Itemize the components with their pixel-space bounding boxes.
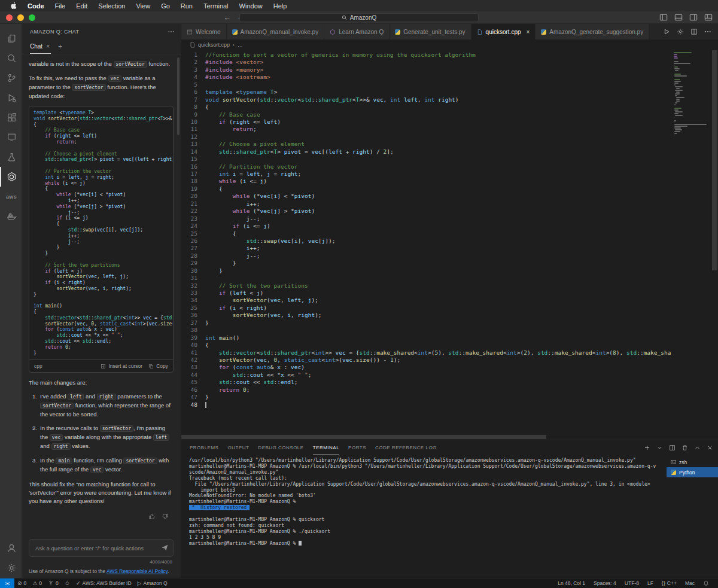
code-line[interactable]: 7void sortVector(std::vector<std::shared… bbox=[181, 96, 671, 103]
line-number[interactable]: 31 bbox=[181, 275, 197, 282]
close-tab-icon[interactable]: × bbox=[527, 29, 530, 35]
code-line[interactable]: 44 std::cout << *x << " "; bbox=[181, 371, 671, 379]
status-utf-8[interactable]: UTF-8 bbox=[620, 580, 643, 586]
editor-vertical-scrollbar[interactable] bbox=[712, 50, 717, 270]
line-number[interactable]: 48 bbox=[181, 401, 197, 409]
line-number[interactable]: 45 bbox=[181, 379, 197, 386]
code-line[interactable]: 39int main() bbox=[181, 334, 671, 342]
code-line[interactable]: 45 std::cout << std::endl; bbox=[181, 379, 671, 386]
code-line[interactable]: 26 std::swap(vec[i], vec[j]); bbox=[181, 237, 671, 245]
menu-item-go[interactable]: Go bbox=[156, 2, 175, 10]
menu-item-help[interactable]: Help bbox=[268, 2, 293, 10]
line-number[interactable]: 41 bbox=[181, 349, 197, 357]
minimize-window-button[interactable] bbox=[17, 14, 24, 21]
line-number[interactable]: 42 bbox=[181, 357, 197, 364]
sidebar-scrollbar[interactable] bbox=[177, 57, 180, 135]
line-number[interactable]: 18 bbox=[181, 178, 197, 185]
code-line[interactable]: 33 if (left < j) bbox=[181, 290, 671, 297]
menu-item-edit[interactable]: Edit bbox=[71, 2, 93, 10]
panel-tab-output[interactable]: OUTPUT bbox=[227, 440, 249, 455]
thumbs-up-icon[interactable] bbox=[148, 513, 155, 520]
menu-item-terminal[interactable]: Terminal bbox=[198, 2, 234, 10]
line-number[interactable]: 17 bbox=[181, 170, 197, 178]
send-message-icon[interactable] bbox=[161, 544, 169, 552]
chat-tab[interactable]: Chat × bbox=[30, 39, 51, 54]
activity-aws-icon[interactable]: aws bbox=[0, 187, 22, 206]
code-line[interactable]: 1//function to sort a vector of generics… bbox=[181, 51, 671, 59]
code-line[interactable]: 19 { bbox=[181, 185, 671, 193]
menu-app-name[interactable]: Code bbox=[22, 2, 50, 10]
line-number[interactable]: 28 bbox=[181, 252, 197, 260]
line-number[interactable]: 47 bbox=[181, 394, 197, 401]
code-line[interactable]: 40{ bbox=[181, 342, 671, 349]
status-bell[interactable] bbox=[699, 580, 713, 586]
terminal-dropdown-icon[interactable] bbox=[656, 444, 663, 451]
code-line[interactable]: 8{ bbox=[181, 103, 671, 111]
code-line[interactable]: 6template <typename T> bbox=[181, 89, 671, 96]
run-file-icon[interactable] bbox=[663, 28, 670, 35]
code-line[interactable]: 42 sortVector(vec, 0, static_cast<int>(v… bbox=[181, 357, 671, 364]
status-ln-48-col-1[interactable]: Ln 48, Col 1 bbox=[553, 580, 589, 586]
code-line[interactable]: 12 bbox=[181, 133, 671, 141]
line-number[interactable]: 39 bbox=[181, 334, 197, 342]
thumbs-down-icon[interactable] bbox=[162, 513, 169, 520]
editor-settings-icon[interactable] bbox=[677, 28, 684, 35]
panel-tab-debug-console[interactable]: DEBUG CONSOLE bbox=[258, 440, 303, 455]
code-line[interactable]: 2#include <vector> bbox=[181, 59, 671, 66]
line-number[interactable]: 23 bbox=[181, 215, 197, 223]
code-line[interactable]: 35 if (i < right) bbox=[181, 304, 671, 312]
status-spaces-4[interactable]: Spaces: 4 bbox=[589, 580, 620, 586]
line-number[interactable]: 2 bbox=[181, 59, 197, 66]
line-number[interactable]: 46 bbox=[181, 386, 197, 394]
panel-tab-terminal[interactable]: TERMINAL bbox=[313, 440, 339, 455]
menu-item-file[interactable]: File bbox=[50, 2, 71, 10]
code-line[interactable]: 5 bbox=[181, 81, 671, 89]
menu-item-window[interactable]: Window bbox=[234, 2, 268, 10]
code-editor[interactable]: 1//function to sort a vector of generics… bbox=[181, 50, 718, 434]
zoom-window-button[interactable] bbox=[29, 14, 35, 21]
terminal-instance-zsh[interactable]: zsh bbox=[667, 457, 718, 467]
code-line[interactable]: 36 sortVector(vec, i, right); bbox=[181, 312, 671, 319]
activity-source-control-icon[interactable] bbox=[0, 68, 22, 88]
activity-search-icon[interactable] bbox=[0, 48, 22, 68]
activity-run-debug-icon[interactable] bbox=[0, 88, 22, 108]
editor-tab-welcome[interactable]: Welcome bbox=[181, 24, 227, 39]
activity-testing-icon[interactable] bbox=[0, 147, 22, 167]
toggle-sidebar-icon[interactable] bbox=[659, 13, 668, 22]
status-mac[interactable]: Mac bbox=[681, 580, 699, 586]
code-line[interactable]: 37} bbox=[181, 319, 671, 327]
line-number[interactable]: 25 bbox=[181, 230, 197, 237]
status-0[interactable]: ⊘0 bbox=[14, 580, 29, 586]
status-0[interactable]: 0 bbox=[45, 580, 62, 586]
line-number[interactable]: 34 bbox=[181, 297, 197, 304]
minimap[interactable] bbox=[674, 52, 708, 138]
line-number[interactable]: 15 bbox=[181, 156, 197, 163]
status-aws-aws-builder-id[interactable]: ✓AWS: AWS Builder ID bbox=[73, 580, 135, 586]
line-number[interactable]: 10 bbox=[181, 118, 197, 126]
panel-tab-ports[interactable]: PORTS bbox=[348, 440, 366, 455]
nav-back-icon[interactable]: ← bbox=[224, 13, 231, 22]
code-line[interactable]: 20 while (*vec[i] < *pivot) bbox=[181, 193, 671, 200]
line-number[interactable]: 33 bbox=[181, 290, 197, 297]
line-number[interactable]: 5 bbox=[181, 81, 197, 89]
line-number[interactable]: 4 bbox=[181, 74, 197, 81]
code-line[interactable]: 27 i++; bbox=[181, 245, 671, 252]
line-number[interactable]: 30 bbox=[181, 267, 197, 275]
code-line[interactable]: 24 if (i <= j) bbox=[181, 223, 671, 230]
code-line[interactable]: 11 return; bbox=[181, 126, 671, 133]
line-number[interactable]: 8 bbox=[181, 103, 197, 111]
code-line[interactable]: 41 std::vector<std::shared_ptr<int>> vec… bbox=[181, 349, 671, 357]
chat-code-lines[interactable]: template <typename T>void sortVector(std… bbox=[29, 106, 173, 359]
line-number[interactable]: 35 bbox=[181, 304, 197, 312]
breadcrumb[interactable]: quicksort.cpp › … bbox=[181, 39, 718, 50]
line-number[interactable]: 21 bbox=[181, 200, 197, 208]
line-number[interactable]: 14 bbox=[181, 148, 197, 156]
editor-tab-generate-unit-tests-py[interactable]: Generate_unit_tests.py bbox=[390, 24, 471, 39]
customize-layout-icon[interactable] bbox=[704, 13, 713, 22]
chat-tab-close-icon[interactable]: × bbox=[46, 43, 50, 50]
code-line[interactable]: 43 for (const auto& x : vec) bbox=[181, 364, 671, 371]
editor-horizontal-scrollbar[interactable] bbox=[181, 435, 546, 439]
line-number[interactable]: 22 bbox=[181, 208, 197, 215]
code-line[interactable]: 14 std::shared_ptr<T> pivot = vec[(left … bbox=[181, 148, 671, 156]
line-number[interactable]: 40 bbox=[181, 342, 197, 349]
